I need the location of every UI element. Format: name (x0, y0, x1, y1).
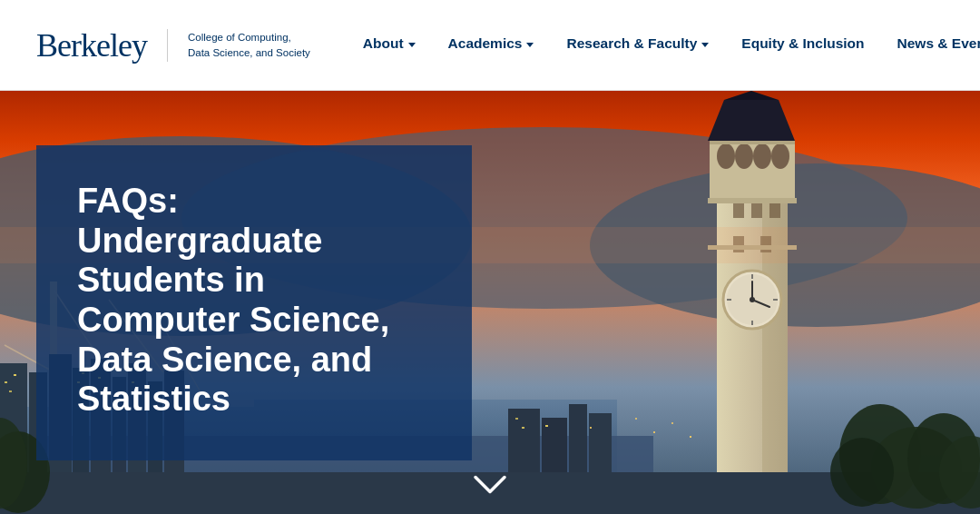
site-header: Berkeley College of Computing, Data Scie… (0, 0, 980, 91)
hero-section: FAQs: Undergraduate Students in Computer… (0, 91, 980, 514)
logo-link[interactable]: Berkeley College of Computing, Data Scie… (36, 26, 310, 64)
svg-point-66 (830, 438, 894, 507)
chevron-down-icon (701, 43, 709, 47)
svg-rect-35 (522, 427, 524, 429)
svg-rect-75 (671, 422, 673, 424)
nav-item-news[interactable]: News & Events (881, 0, 980, 91)
nav-item-academics[interactable]: Academics (432, 0, 551, 91)
svg-rect-51 (708, 198, 797, 203)
svg-rect-74 (653, 431, 655, 433)
svg-point-45 (717, 143, 735, 169)
nav-item-research[interactable]: Research & Faculty (550, 0, 725, 91)
svg-rect-25 (14, 374, 16, 376)
chevron-down-icon (472, 473, 508, 496)
svg-point-58 (750, 297, 755, 302)
svg-point-48 (771, 143, 789, 169)
chevron-down-icon (526, 43, 534, 47)
svg-rect-34 (515, 418, 518, 420)
svg-rect-72 (590, 427, 592, 429)
svg-rect-76 (690, 436, 691, 438)
main-nav: About Academics Research & Faculty Equit… (347, 0, 980, 91)
logo-divider (167, 29, 168, 62)
logo-subtitle: College of Computing, Data Science, and … (188, 30, 310, 59)
nav-item-equity[interactable]: Equity & Inclusion (725, 0, 880, 91)
hero-text-box: FAQs: Undergraduate Students in Computer… (36, 145, 472, 460)
svg-point-47 (753, 143, 771, 169)
chevron-down-icon (408, 43, 416, 47)
svg-rect-73 (635, 418, 637, 420)
scroll-down-button[interactable] (472, 473, 508, 496)
svg-rect-24 (9, 390, 12, 392)
svg-point-46 (735, 143, 753, 169)
hero-heading: FAQs: Undergraduate Students in Computer… (77, 182, 431, 420)
svg-rect-53 (710, 141, 795, 144)
logo-berkeley-text: Berkeley (36, 26, 147, 64)
svg-rect-23 (5, 381, 7, 383)
nav-item-about[interactable]: About (347, 0, 432, 91)
svg-rect-36 (545, 425, 548, 427)
